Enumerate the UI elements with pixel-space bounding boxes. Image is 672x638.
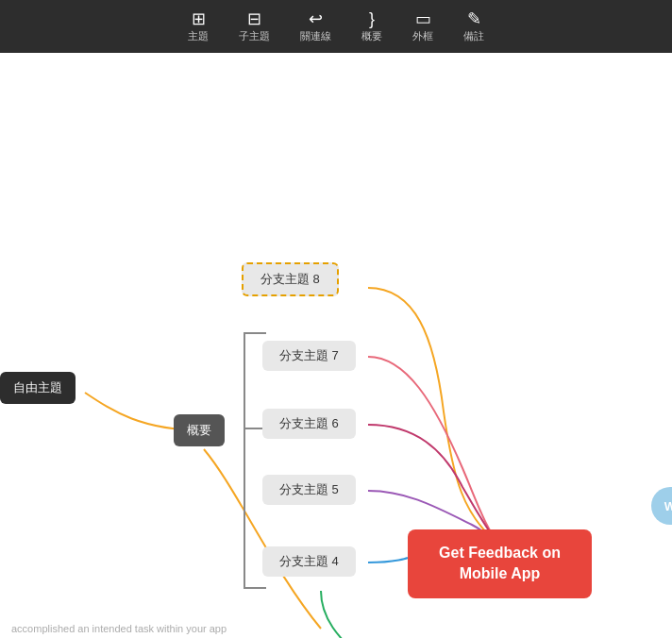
frame-icon: ▭ (415, 10, 431, 27)
tool-topic-label: 主題 (188, 29, 209, 43)
node-get-feedback[interactable]: Get Feedback on Mobile App (408, 529, 592, 598)
tool-subtopic[interactable]: ⊟ 子主題 (239, 10, 270, 43)
tool-connection[interactable]: ↩ 關連線 (300, 10, 331, 43)
node-overview[interactable]: 概要 (174, 414, 225, 446)
tool-outline-label: 概要 (361, 29, 382, 43)
node-free-topic[interactable]: 自由主題 (0, 372, 76, 404)
node-branch8[interactable]: 分支主題 8 (242, 262, 339, 296)
tool-subtopic-label: 子主題 (239, 29, 270, 43)
canvas: 自由主題 概要 分支主題 8 分支主題 7 分支主題 6 分支主題 5 分支主題… (0, 53, 672, 638)
node-branch4[interactable]: 分支主題 4 (262, 546, 356, 577)
toolbar: ⊞ 主題 ⊟ 子主題 ↩ 關連線 } 概要 ▭ 外框 ✎ 備註 (0, 0, 672, 53)
node-branch6[interactable]: 分支主題 6 (262, 409, 356, 439)
tool-frame[interactable]: ▭ 外框 (412, 10, 433, 43)
tool-connection-label: 關連線 (300, 29, 331, 43)
node-branch7[interactable]: 分支主題 7 (262, 341, 356, 371)
tool-topic[interactable]: ⊞ 主題 (188, 10, 209, 43)
tool-outline[interactable]: } 概要 (361, 10, 382, 43)
subtopic-icon: ⊟ (247, 10, 261, 27)
node-branch5[interactable]: 分支主題 5 (262, 475, 356, 505)
tool-frame-label: 外框 (412, 29, 433, 43)
bottom-text: accomplished an intended task within you… (11, 623, 227, 634)
tool-note[interactable]: ✎ 備註 (463, 10, 484, 43)
note-icon: ✎ (467, 10, 481, 27)
node-w-partial[interactable]: W (651, 487, 672, 525)
tool-note-label: 備註 (463, 29, 484, 43)
connection-icon: ↩ (309, 10, 323, 27)
topic-icon: ⊞ (192, 10, 206, 27)
outline-icon: } (369, 10, 375, 27)
